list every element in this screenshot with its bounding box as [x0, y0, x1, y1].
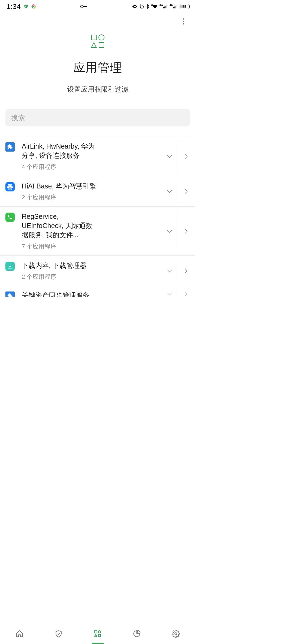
more-vert-icon: [183, 18, 184, 25]
atom-icon: [5, 182, 15, 191]
app-group-row[interactable]: RegService, UEInfoCheck, 天际通数据服务, 我的文件..…: [0, 207, 195, 255]
svg-rect-8: [189, 5, 190, 8]
separator: [178, 210, 178, 252]
header: 应用管理 设置应用权限和过滤: [0, 30, 195, 109]
alarm-icon: [139, 4, 144, 9]
svg-point-10: [183, 18, 184, 20]
group-title: 下载内容, 下载管理器: [22, 261, 99, 270]
app-group-row[interactable]: AirLink, HwNearby, 华为分享, 设备连接服务 4 个应用程序: [0, 136, 195, 176]
separator: [178, 259, 178, 283]
svg-point-11: [183, 21, 184, 22]
enter-button[interactable]: [180, 150, 192, 162]
svg-rect-5: [86, 6, 86, 8]
chrome-icon: [31, 4, 36, 9]
app-group-row[interactable]: 下载内容, 下载管理器 2 个应用程序: [0, 256, 195, 286]
status-bar-left: 1:34: [7, 2, 36, 11]
svg-point-16: [9, 186, 11, 187]
wifi-icon: 6: [151, 4, 158, 9]
expand-button[interactable]: [164, 288, 176, 297]
svg-point-12: [183, 23, 184, 25]
separator: [178, 289, 178, 297]
status-bar: 1:34 6 4G 4G 65: [0, 0, 195, 13]
overflow-menu-button[interactable]: [177, 15, 189, 27]
enter-button[interactable]: [180, 185, 192, 197]
group-title: 关键资产同步管理服务, 安: [22, 291, 98, 297]
search-wrap: [0, 109, 195, 136]
row-actions: [164, 261, 192, 281]
group-sub: 4 个应用程序: [22, 163, 159, 171]
key-icon: [80, 5, 87, 8]
row-actions: [164, 212, 192, 250]
row-actions: [164, 291, 192, 297]
download-icon: [5, 262, 15, 271]
enter-button[interactable]: [180, 288, 192, 297]
group-sub: 2 个应用程序: [22, 273, 159, 281]
expand-button[interactable]: [164, 150, 176, 162]
separator: [178, 180, 178, 203]
svg-rect-13: [91, 35, 96, 40]
chevron-right-icon: [184, 229, 188, 234]
app-mgmt-shapes-icon: [90, 34, 105, 50]
page-title: 应用管理: [73, 60, 122, 76]
chevron-down-icon: [167, 269, 173, 273]
battery-text: 65: [183, 5, 186, 9]
app-bar: [0, 13, 195, 30]
shield-check-icon: [24, 4, 28, 9]
page-subtitle: 设置应用权限和过滤: [67, 85, 128, 94]
separator: [178, 140, 178, 173]
status-bar-right: 6 4G 4G 65: [132, 4, 190, 9]
enter-button[interactable]: [180, 225, 192, 237]
chevron-right-icon: [184, 291, 188, 297]
svg-point-3: [81, 5, 83, 8]
bluetooth-icon: [146, 4, 149, 9]
expand-button[interactable]: [164, 185, 176, 197]
chevron-down-icon: [167, 229, 173, 233]
expand-button[interactable]: [164, 225, 176, 237]
group-text: 关键资产同步管理服务, 安: [15, 291, 164, 297]
status-bar-center: [36, 5, 132, 8]
svg-point-1: [33, 6, 34, 7]
search-field[interactable]: [5, 109, 190, 126]
group-title: HiAI Base, 华为智慧引擎: [22, 182, 99, 191]
svg-point-14: [99, 35, 104, 40]
puzzle-icon: [5, 291, 15, 297]
app-list: AirLink, HwNearby, 华为分享, 设备连接服务 4 个应用程序 …: [0, 136, 195, 297]
group-text: HiAI Base, 华为智慧引擎 2 个应用程序: [15, 182, 164, 202]
phone-icon: [5, 213, 15, 222]
group-text: 下载内容, 下载管理器 2 个应用程序: [15, 261, 164, 281]
group-sub: 2 个应用程序: [22, 193, 159, 201]
battery-icon: 65: [180, 4, 190, 9]
chevron-right-icon: [184, 189, 188, 194]
row-actions: [164, 182, 192, 202]
group-title: RegService, UEInfoCheck, 天际通数据服务, 我的文件..…: [22, 212, 99, 239]
status-time: 1:34: [7, 2, 21, 11]
signal-sim1-icon: 4G: [159, 5, 168, 8]
signal-sim2-icon: 4G: [170, 5, 178, 8]
chevron-down-icon: [167, 292, 173, 296]
group-sub: 7 个应用程序: [22, 242, 159, 251]
chevron-right-icon: [184, 154, 188, 159]
enter-button[interactable]: [180, 265, 192, 277]
search-input[interactable]: [11, 114, 184, 122]
app-group-row[interactable]: 关键资产同步管理服务, 安: [0, 286, 195, 297]
group-text: RegService, UEInfoCheck, 天际通数据服务, 我的文件..…: [15, 212, 164, 250]
puzzle-icon: [5, 142, 15, 152]
eye-icon: [132, 5, 138, 8]
app-group-row[interactable]: HiAI Base, 华为智慧引擎 2 个应用程序: [0, 176, 195, 207]
chevron-right-icon: [184, 268, 188, 274]
chevron-down-icon: [167, 190, 173, 193]
group-title: AirLink, HwNearby, 华为分享, 设备连接服务: [22, 142, 99, 160]
svg-rect-15: [99, 43, 104, 47]
expand-button[interactable]: [164, 265, 176, 277]
group-text: AirLink, HwNearby, 华为分享, 设备连接服务 4 个应用程序: [15, 142, 164, 171]
row-actions: [164, 142, 192, 171]
chevron-down-icon: [167, 155, 173, 158]
